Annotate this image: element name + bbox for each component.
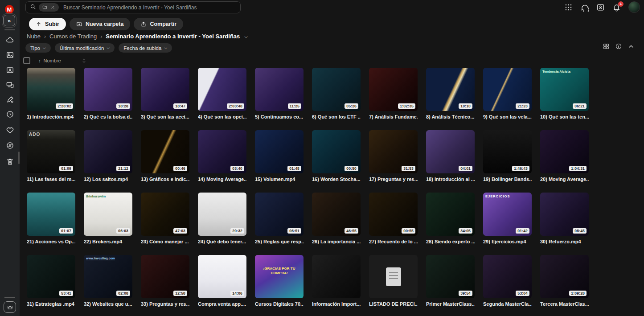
file-item[interactable]: 53:04 Segunda MasterCla... [483,255,532,307]
file-thumbnail[interactable]: ADO 01:09 [27,130,75,173]
file-thumbnail[interactable]: 18:28 [84,68,132,111]
file-name[interactable]: 29) Ejercicios.mp4 [483,239,532,244]
file-item[interactable]: Información Import... [312,255,361,307]
file-item[interactable]: 20:32 24) Qué debo tener... [198,193,246,244]
search-scope-chip[interactable] [39,3,59,12]
file-thumbnail[interactable]: 2:03:48 [198,68,246,111]
collapse-up-icon[interactable] [628,43,635,50]
file-thumbnail[interactable]: 1:04:31 [540,130,589,173]
sidebar-item-sync[interactable] [4,140,16,151]
file-item[interactable]: www.investing.com 02:08 32) Websites que… [84,255,132,307]
file-item[interactable]: 47:03 23) Cómo manejar ... [141,193,189,244]
file-item[interactable]: 00:46 13) Gráficos e indic... [141,130,189,182]
file-thumbnail[interactable]: 11:25 [255,68,304,111]
breadcrumb-current-folder[interactable]: Seminario Aprendiendo a Invertir - Yoel … [106,33,240,40]
file-name[interactable]: Segunda MasterCla... [483,301,532,307]
search-bar[interactable] [25,1,241,13]
file-item[interactable]: EJERCICIOS 01:42 29) Ejercicios.mp4 [483,193,532,244]
file-thumbnail[interactable]: 00:46 [141,130,189,173]
file-name[interactable]: 15) Volumen.mp4 [255,176,304,182]
file-item[interactable]: 18:28 2) Qué es la bolsa d... [84,68,132,119]
sidebar-item-contacts[interactable] [4,64,16,76]
file-item[interactable]: 31:53 17) Preguntas y res... [369,130,418,182]
file-thumbnail[interactable]: 1:02:35 [369,68,418,111]
file-thumbnail[interactable]: 53:04 [483,255,532,298]
sidebar-item-cloud-drive[interactable] [4,34,16,46]
file-item[interactable]: 21:23 9) Qué son las vela... [483,68,532,119]
file-item[interactable]: 00:50 16) Worden Stocha... [312,130,361,182]
file-name[interactable]: 17) Preguntas y res... [369,176,418,182]
file-item[interactable]: 1:04:31 20) Moving Average... [540,130,589,182]
mega-logo-icon[interactable]: M [5,5,14,14]
file-item[interactable]: 04:01 18) Introducción al ... [426,130,475,182]
file-name[interactable]: 12) Los saltos.mp4 [84,176,132,182]
file-thumbnail[interactable]: 1:46:43 [483,130,532,173]
file-thumbnail[interactable]: 14:06 [198,255,246,298]
sidebar-item-pen-tag[interactable] [4,94,16,105]
file-name[interactable]: 30) Refuerzo.mp4 [540,239,589,244]
file-name[interactable]: 20) Moving Average... [540,176,589,182]
file-thumbnail[interactable]: 21:23 [483,68,532,111]
sidebar-resize-handle[interactable] [18,152,20,164]
upgrade-button[interactable] [4,301,16,313]
new-folder-button[interactable]: Nueva carpeta [70,18,130,30]
file-item[interactable]: 03:40 14) Moving Average... [198,130,246,182]
file-name[interactable]: 7) Análisis Fundame... [369,114,418,119]
file-thumbnail[interactable]: 47:03 [141,193,189,236]
sidebar-item-favourites[interactable] [4,124,16,135]
file-item[interactable]: 11:25 5) Continuamos co... [255,68,304,119]
apps-grid-icon[interactable] [564,3,573,12]
sort-toggle-icon[interactable] [82,57,86,64]
file-item[interactable]: 1:46:43 19) Bollinger Bands.... [483,130,532,182]
file-item[interactable]: 01:48 15) Volumen.mp4 [255,130,304,182]
file-name[interactable]: Información Import... [312,301,361,307]
file-name[interactable]: Tercera MasterClas... [540,301,589,307]
file-name[interactable]: 32) Websites que u... [84,301,132,307]
sidebar-item-recents[interactable] [4,108,16,120]
info-icon[interactable] [615,43,622,50]
file-name[interactable]: 22) Brokers.mp4 [84,239,132,244]
file-name[interactable]: 1) Introducción.mp4 [27,114,75,119]
file-item[interactable]: LISTADO DE PRECI... [369,255,418,307]
file-item[interactable]: 39:54 Primer MasterClass... [426,255,475,307]
file-item[interactable]: 08:45 30) Refuerzo.mp4 [540,193,589,244]
file-thumbnail[interactable]: 00:50 [312,130,361,173]
file-item[interactable]: 18:47 3) Qué son las acci... [141,68,189,119]
file-item[interactable]: 1:09:28 Tercera MasterClas... [540,255,589,307]
search-input[interactable] [59,4,240,11]
filter-last-modified[interactable]: Última modificación ⌵ [55,43,115,53]
file-name[interactable]: 27) Recuento de lo ... [369,239,418,244]
grid-view-icon[interactable] [603,43,610,50]
file-name[interactable]: 6) Qué son los ETF ... [312,114,361,119]
file-thumbnail[interactable]: 06:51 [255,193,304,236]
file-item[interactable]: Tendencia Alcista 06:21 10) Qué son las … [540,68,589,119]
file-name[interactable]: 4) Qué son las opci... [198,114,246,119]
sidebar-item-photos[interactable] [4,49,16,61]
file-thumbnail[interactable]: 05:26 [312,68,361,111]
file-name[interactable]: 13) Gráficos e indic... [141,176,189,182]
file-name[interactable]: 21) Acciones vs Op... [27,239,75,244]
file-item[interactable]: ADO 01:09 11) Las fases del m... [27,130,75,182]
file-name[interactable]: 19) Bollinger Bands.... [483,176,532,182]
file-thumbnail[interactable]: 20:32 [198,193,246,236]
expand-sidebar-button[interactable]: » [3,15,15,26]
file-name[interactable]: 18) Introducción al ... [426,176,475,182]
file-thumbnail[interactable]: 01:07 [27,193,75,236]
file-name[interactable]: 28) Siendo experto ... [426,239,475,244]
sort-column-label[interactable]: Nombre [44,58,61,63]
file-name[interactable]: 23) Cómo manejar ... [141,239,189,244]
file-name[interactable]: 25) Reglas que resp... [255,239,304,244]
file-name[interactable]: 33) Preguntas y res... [141,301,189,307]
file-item[interactable]: 00:55 27) Recuento de lo ... [369,193,418,244]
contacts-icon[interactable] [596,3,605,12]
chevron-down-icon[interactable]: ⌵ [244,34,248,39]
file-thumbnail[interactable]: EJERCICIOS 01:42 [483,193,532,236]
file-name[interactable]: LISTADO DE PRECI... [369,301,418,307]
file-item[interactable]: 05:26 6) Qué son los ETF ... [312,68,361,119]
file-name[interactable]: 31) Estrategias .mp4 [27,301,75,307]
file-name[interactable]: 3) Qué son las acci... [141,114,189,119]
file-thumbnail[interactable]: 18:47 [141,68,189,111]
file-thumbnail[interactable]: Tendencia Alcista 06:21 [540,68,589,111]
user-avatar[interactable] [628,1,640,13]
breadcrumb-item-folder[interactable]: Cursos de Trading [49,33,97,40]
